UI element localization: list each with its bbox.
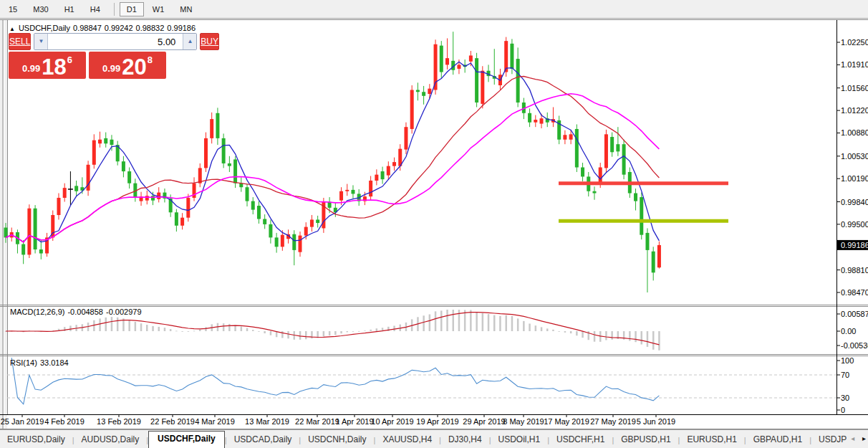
svg-text:8 May 2019: 8 May 2019 — [503, 417, 544, 426]
timeframe-15-button[interactable]: 15 — [1, 2, 24, 16]
chart-tab-usdchf-h1[interactable]: USDCHF,H1 — [549, 432, 612, 448]
chart-title: ▲USDCHF,Daily0.988470.992420.988320.9918… — [9, 24, 198, 32]
svg-text:1.02250: 1.02250 — [841, 38, 868, 47]
macd-label: MACD(12,26,9)-0.004858-0.002979 — [10, 308, 145, 316]
svg-text:22 Mar 2019: 22 Mar 2019 — [295, 417, 339, 426]
ohlc-close: 0.99186 — [167, 24, 196, 32]
svg-text:4 Feb 2019: 4 Feb 2019 — [44, 417, 85, 426]
svg-text:0.98470: 0.98470 — [841, 288, 868, 297]
chart-tab-dj30-h4[interactable]: DJ30,H4 — [441, 432, 489, 448]
chart-tab-usdoil-h1[interactable]: USDOil,H1 — [491, 432, 547, 448]
svg-text:10 Apr 2019: 10 Apr 2019 — [371, 417, 413, 426]
chart-tab-usdchf-daily[interactable]: USDCHF,Daily — [148, 431, 225, 448]
svg-text:25 Jan 2019: 25 Jan 2019 — [1, 417, 44, 426]
chart-tab-audusd-daily[interactable]: AUDUSD,Daily — [74, 432, 147, 448]
svg-text:17 May 2019: 17 May 2019 — [544, 417, 589, 426]
buy-button-label: BUY — [201, 37, 218, 47]
svg-text:0.99840: 0.99840 — [841, 198, 868, 206]
timeframe-d1-button[interactable]: D1 — [120, 2, 144, 16]
buy-price-box[interactable]: 0.99 20 8 — [89, 52, 166, 79]
sell-price-box[interactable]: 0.99 18 6 — [9, 52, 86, 79]
ohlc-high: 0.99242 — [105, 24, 133, 32]
timeframe-h4-button[interactable]: H4 — [83, 2, 107, 16]
chart-tab-gbpaud-h1[interactable]: GBPAUD,H1 — [746, 432, 809, 448]
svg-text:1 Apr 2019: 1 Apr 2019 — [335, 417, 373, 426]
svg-text:0.005873: 0.005873 — [841, 310, 868, 318]
arrow-down-icon: ▼ — [38, 38, 44, 44]
chart-tab-gbpusd-h1[interactable]: GBPUSD,H1 — [614, 432, 677, 448]
tabs-scroll-right-button[interactable]: ▸ — [862, 434, 866, 442]
chart-tab-eurusd-h1[interactable]: EURUSD,H1 — [680, 432, 743, 448]
svg-text:0: 0 — [841, 406, 845, 414]
toolbar-separator — [114, 3, 115, 16]
svg-text:4 Mar 2019: 4 Mar 2019 — [195, 417, 235, 426]
sell-button[interactable]: SELL — [9, 33, 31, 50]
mt4-window: 0.0058730.00-0.005369100703001.022501.01… — [0, 0, 868, 448]
svg-text:0.00: 0.00 — [841, 327, 856, 335]
svg-text:1.00190: 1.00190 — [841, 174, 868, 183]
svg-text:22 Feb 2019: 22 Feb 2019 — [150, 417, 195, 426]
sell-price-big: 18 — [42, 58, 66, 77]
svg-text:19 Apr 2019: 19 Apr 2019 — [416, 417, 458, 426]
rsi-label: RSI(14)33.0184 — [10, 358, 72, 367]
svg-text:1.00880: 1.00880 — [841, 128, 868, 137]
tab-nav: ◂ ▸ — [851, 434, 866, 442]
rsi-name: RSI(14) — [10, 358, 37, 367]
timeframe-h1-button[interactable]: H1 — [57, 2, 82, 16]
macd-name: MACD(12,26,9) — [10, 308, 64, 316]
buy-button[interactable]: BUY — [200, 33, 219, 50]
timeframe-w1-button[interactable]: W1 — [145, 2, 172, 16]
svg-text:5 Jun 2019: 5 Jun 2019 — [637, 417, 675, 426]
volume-stepper: ▼ ▲ — [34, 33, 197, 50]
macd-value-main: -0.004858 — [67, 308, 103, 316]
svg-text:1.01910: 1.01910 — [841, 60, 868, 69]
chart-symbol-label: USDCHF,Daily — [19, 24, 70, 32]
svg-text:13 Mar 2019: 13 Mar 2019 — [245, 417, 289, 426]
svg-text:0.99186: 0.99186 — [841, 241, 868, 249]
arrow-up-icon: ▲ — [187, 38, 193, 44]
one-click-trade-panel: SELL ▼ ▲ BUY 0.99 18 6 0.99 20 8 — [9, 33, 166, 79]
buy-price-pip: 8 — [148, 54, 153, 65]
svg-text:1.01560: 1.01560 — [841, 84, 868, 92]
sell-price-base: 0.99 — [22, 63, 40, 74]
ohlc-open: 0.98847 — [73, 24, 102, 32]
chart-tab-xauusd-h4[interactable]: XAUUSD,H4 — [375, 432, 439, 448]
svg-text:-0.005369: -0.005369 — [841, 341, 868, 350]
timeframe-toolbar: 15M30H1H4D1W1MN — [0, 0, 868, 19]
timeframe-m30-button[interactable]: M30 — [26, 2, 55, 16]
volume-decrease-button[interactable]: ▼ — [34, 34, 48, 49]
svg-text:1.01220: 1.01220 — [841, 106, 868, 115]
svg-text:13 Feb 2019: 13 Feb 2019 — [97, 417, 141, 426]
svg-text:0.98810: 0.98810 — [841, 266, 868, 275]
rsi-value: 33.0184 — [40, 358, 69, 367]
volume-input[interactable] — [48, 34, 183, 49]
svg-text:70: 70 — [841, 371, 849, 379]
svg-text:30: 30 — [841, 394, 849, 402]
timeframe-mn-button[interactable]: MN — [173, 2, 199, 16]
tabs-scroll-left-button[interactable]: ◂ — [851, 434, 854, 442]
buy-price-big: 20 — [122, 58, 146, 77]
svg-text:1.00530: 1.00530 — [841, 152, 868, 161]
chart-tab-usdcad-daily[interactable]: USDCAD,Daily — [227, 432, 299, 448]
collapse-icon[interactable]: ▲ — [9, 26, 15, 32]
sell-price-pip: 6 — [67, 54, 72, 65]
chart-tab-eurusd-daily[interactable]: EURUSD,Daily — [0, 432, 72, 448]
chart-tab-usdjp[interactable]: USDJP — [811, 432, 854, 448]
macd-value-signal: -0.002979 — [106, 308, 142, 316]
svg-text:0.99500: 0.99500 — [841, 220, 868, 229]
svg-text:100: 100 — [841, 356, 854, 365]
ohlc-low: 0.98832 — [136, 24, 165, 32]
chart-tab-bar: EURUSD,Daily|AUDUSD,Daily|USDCHF,Daily|U… — [0, 429, 868, 448]
volume-increase-button[interactable]: ▲ — [183, 34, 196, 49]
svg-text:29 Apr 2019: 29 Apr 2019 — [463, 417, 505, 426]
sell-button-label: SELL — [9, 37, 30, 47]
svg-text:27 May 2019: 27 May 2019 — [590, 417, 636, 426]
chart-tab-usdcnh-daily[interactable]: USDCNH,Daily — [301, 432, 373, 448]
buy-price-base: 0.99 — [102, 63, 120, 74]
